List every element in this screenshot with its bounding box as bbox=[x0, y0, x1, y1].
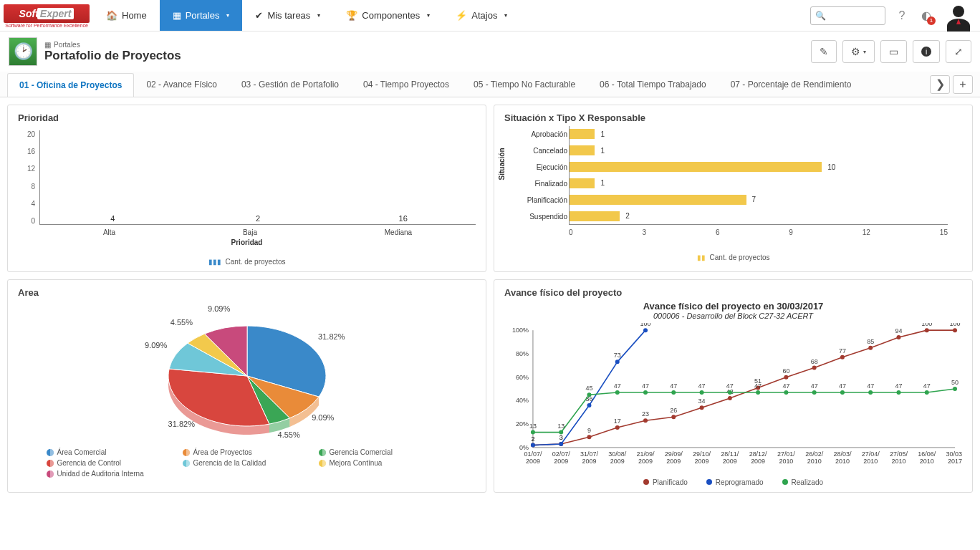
svg-text:2010: 2010 bbox=[920, 458, 934, 465]
nav-componentes[interactable]: 🏆Componentes▾ bbox=[333, 0, 443, 31]
svg-text:30/08/: 30/08/ bbox=[608, 450, 626, 458]
notification-icon[interactable]: ◐1 bbox=[918, 8, 934, 24]
svg-text:23: 23 bbox=[642, 410, 649, 418]
progress-line-chart: 100%80%60%40%20%0%01/07/200902/07/200931… bbox=[504, 323, 962, 473]
svg-text:100%: 100% bbox=[512, 327, 529, 334]
svg-text:2009: 2009 bbox=[695, 458, 709, 465]
fullscreen-button[interactable]: ⤢ bbox=[946, 40, 971, 63]
svg-point-109 bbox=[840, 390, 845, 395]
svg-text:68: 68 bbox=[811, 358, 818, 365]
nav-portales[interactable]: ▦Portales▾ bbox=[160, 0, 243, 31]
svg-point-101 bbox=[728, 390, 732, 395]
svg-text:27/05/: 27/05/ bbox=[890, 450, 908, 458]
tab-strip: 01 - Oficina de Proyectos 02 - Avance Fí… bbox=[0, 72, 980, 97]
brand-logo: SoftExpert Software for Performance Exce… bbox=[0, 0, 93, 32]
svg-point-93 bbox=[615, 390, 620, 395]
legend-item: Área Comercial bbox=[47, 448, 176, 456]
legend-item: Gerencia Comercial bbox=[319, 448, 448, 456]
chevron-down-icon: ▾ bbox=[226, 12, 229, 19]
tab-01[interactable]: 01 - Oficina de Proyectos bbox=[7, 73, 134, 97]
area-pie-chart: 31.82%9.09%4.55%31.82%9.09%4.55%9.09% bbox=[97, 301, 398, 444]
svg-point-89 bbox=[559, 430, 563, 435]
svg-text:40%: 40% bbox=[516, 397, 529, 404]
svg-point-51 bbox=[615, 425, 620, 430]
nav-mis-tareas[interactable]: ✔Mis tareas▾ bbox=[242, 0, 333, 31]
nav-home[interactable]: 🏠Home bbox=[93, 0, 160, 31]
panel-prioridad: Prioridad 20 16 12 8 4 0 4 2 16 Alta Baj… bbox=[7, 105, 486, 272]
tab-03[interactable]: 03 - Gestión de Portafolio bbox=[229, 72, 351, 96]
svg-text:31.82%: 31.82% bbox=[168, 420, 195, 428]
edit-button[interactable]: ✎ bbox=[811, 40, 837, 63]
chart-title: Avance físico del proyecto en 30/03/2017 bbox=[504, 301, 962, 312]
svg-text:2009: 2009 bbox=[751, 458, 765, 465]
tabs-next-button[interactable]: ❯ bbox=[930, 75, 950, 94]
svg-text:17: 17 bbox=[614, 418, 621, 425]
info-icon: i bbox=[921, 47, 931, 57]
svg-point-75 bbox=[953, 328, 957, 332]
svg-text:2010: 2010 bbox=[863, 458, 878, 465]
help-icon[interactable]: ? bbox=[894, 8, 910, 24]
svg-point-79 bbox=[559, 442, 563, 446]
svg-point-107 bbox=[812, 390, 817, 395]
svg-text:4.55%: 4.55% bbox=[170, 318, 192, 327]
notification-badge: 1 bbox=[927, 16, 936, 25]
panel-avance: Avance físico del proyecto Avance físico… bbox=[494, 279, 973, 493]
tab-07[interactable]: 07 - Porcentaje de Rendimiento bbox=[719, 72, 864, 96]
svg-text:31.82%: 31.82% bbox=[318, 332, 345, 341]
user-avatar[interactable] bbox=[943, 0, 974, 32]
tab-add-button[interactable]: + bbox=[953, 75, 973, 94]
svg-text:47: 47 bbox=[698, 382, 706, 390]
settings-button[interactable]: ⚙▾ bbox=[842, 40, 875, 63]
svg-text:2010: 2010 bbox=[779, 458, 793, 465]
grid-icon: ▦ bbox=[173, 10, 181, 21]
svg-text:47: 47 bbox=[670, 382, 677, 390]
legend-item: Gerencia de Control bbox=[47, 459, 176, 467]
svg-text:100: 100 bbox=[921, 323, 932, 327]
svg-text:3: 3 bbox=[559, 434, 563, 441]
main-nav: 🏠Home ▦Portales▾ ✔Mis tareas▾ 🏆Component… bbox=[93, 0, 520, 31]
svg-point-63 bbox=[784, 375, 788, 380]
global-search[interactable]: 🔍 bbox=[810, 6, 885, 25]
legend-item: Mejora Contínua bbox=[319, 459, 448, 467]
tab-05[interactable]: 05 - Tiempo No Facturable bbox=[461, 72, 587, 96]
svg-text:47: 47 bbox=[782, 382, 789, 390]
svg-text:2010: 2010 bbox=[835, 458, 850, 465]
svg-text:16/06/: 16/06/ bbox=[918, 450, 936, 458]
legend-item: Gerencia de la Calidad bbox=[183, 459, 312, 467]
svg-point-103 bbox=[756, 390, 760, 395]
expand-icon: ⤢ bbox=[954, 46, 963, 57]
present-button[interactable]: ▭ bbox=[880, 40, 907, 63]
svg-text:2009: 2009 bbox=[554, 458, 568, 465]
info-button[interactable]: i bbox=[913, 40, 940, 63]
svg-text:47: 47 bbox=[614, 382, 621, 390]
svg-text:2009: 2009 bbox=[610, 458, 625, 465]
svg-text:4.55%: 4.55% bbox=[277, 430, 299, 439]
search-input[interactable] bbox=[826, 11, 880, 21]
svg-text:73: 73 bbox=[614, 352, 621, 359]
svg-text:60%: 60% bbox=[516, 374, 529, 381]
svg-text:2: 2 bbox=[531, 435, 534, 443]
presentation-icon: ▭ bbox=[889, 46, 898, 57]
nav-atajos[interactable]: ⚡Atajos▾ bbox=[443, 0, 520, 31]
svg-text:2009: 2009 bbox=[526, 458, 540, 465]
tab-04[interactable]: 04 - Tiempo Proyectos bbox=[351, 72, 461, 96]
svg-text:2010: 2010 bbox=[807, 458, 822, 465]
svg-point-67 bbox=[840, 355, 845, 360]
svg-point-91 bbox=[587, 392, 591, 397]
tab-06[interactable]: 06 - Total Tiempo Trabajado bbox=[587, 72, 719, 96]
svg-text:50: 50 bbox=[951, 379, 959, 386]
panel-situacion: Situación x Tipo X Responsable Situación… bbox=[494, 105, 973, 272]
pencil-icon: ✎ bbox=[820, 46, 828, 57]
svg-text:47: 47 bbox=[867, 382, 874, 390]
dashboard-grid: Prioridad 20 16 12 8 4 0 4 2 16 Alta Baj… bbox=[0, 97, 980, 500]
svg-point-83 bbox=[615, 360, 620, 364]
tab-02[interactable]: 02 - Avance Físico bbox=[134, 72, 229, 96]
situation-bar-chart: Situación Aprobación Cancelado Ejecución… bbox=[504, 126, 962, 241]
svg-text:13: 13 bbox=[557, 423, 565, 430]
check-icon: ✔ bbox=[255, 10, 263, 21]
chevron-down-icon: ▾ bbox=[504, 12, 507, 19]
plus-icon: + bbox=[959, 78, 966, 91]
gear-icon: ⚙ bbox=[851, 46, 860, 57]
chevron-down-icon: ▾ bbox=[427, 12, 430, 19]
bar-icon: ▮▮▮ bbox=[208, 258, 221, 266]
